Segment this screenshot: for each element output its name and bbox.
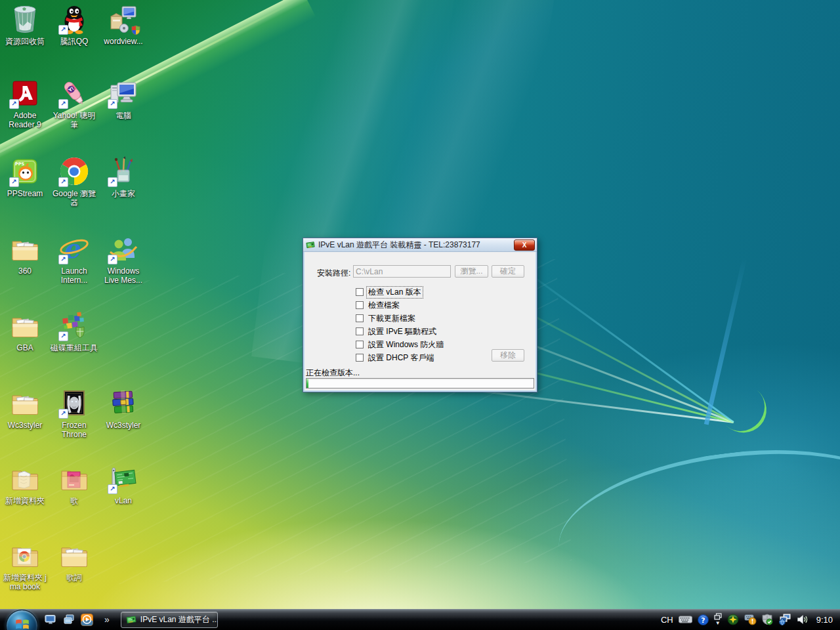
qq-icon: ↗ bbox=[58, 3, 90, 35]
folder-icon bbox=[58, 539, 90, 571]
progress-fill bbox=[306, 379, 308, 388]
start-button[interactable] bbox=[6, 610, 38, 630]
checkbox[interactable] bbox=[356, 341, 364, 348]
desktop-icon-yahoopen[interactable]: ↗Yahoo! 聰明筆 bbox=[50, 77, 98, 129]
clock[interactable]: 9:10 bbox=[816, 615, 833, 625]
confirm-button[interactable]: 確定 bbox=[492, 265, 524, 278]
security-alert-tray-icon[interactable] bbox=[744, 614, 757, 625]
installer-icon bbox=[108, 3, 139, 35]
desktop-icon-label: 資源回收筒 bbox=[1, 37, 49, 46]
network-tray-icon[interactable] bbox=[778, 614, 791, 625]
computer-icon: ↗ bbox=[108, 77, 139, 109]
checkbox-label: 設置 IPvE 驅動程式 bbox=[367, 326, 438, 337]
desktop-icon-folderpink[interactable]: 歌 bbox=[50, 463, 98, 505]
checkbox-label: 設置 DHCP 客戶端 bbox=[367, 352, 435, 364]
checkbox[interactable] bbox=[356, 288, 364, 296]
shortcut-arrow-overlay: ↗ bbox=[9, 99, 19, 109]
desktop-icon-folderpaper[interactable]: 新增資料夾 bbox=[1, 463, 49, 505]
checkbox-row[interactable]: 設置 DHCP 客戶端 bbox=[356, 352, 435, 363]
desktop-icon-paint[interactable]: ↗小畫家 bbox=[99, 156, 148, 198]
task-button-label: IPvE vLan 遊戲平台 ... bbox=[140, 614, 218, 625]
desktop-icon-label: 歌詞 bbox=[50, 573, 98, 582]
desktop-icon-frozen[interactable]: ↗Frozen Throne bbox=[50, 387, 98, 439]
antivirus-tray-icon[interactable] bbox=[727, 614, 739, 625]
desktop-icon-nic[interactable]: ↗vLan bbox=[99, 463, 148, 505]
adobe-icon: ↗ bbox=[9, 77, 41, 109]
paint-icon: ↗ bbox=[108, 156, 139, 187]
recycle-icon bbox=[9, 3, 41, 35]
desktop-icon-label: 新增資料夾 bbox=[1, 496, 49, 505]
folderpaper-icon bbox=[9, 463, 41, 494]
tray-restore-control[interactable]: ▼ bbox=[714, 613, 722, 626]
checkbox-label: 檢查檔案 bbox=[367, 300, 401, 311]
desktop-icon-folder[interactable]: GBA bbox=[1, 310, 49, 352]
desktop-icon-label: Yahoo! 聰明筆 bbox=[50, 111, 98, 129]
checkbox-label: 檢查 vLan 版本 bbox=[367, 287, 423, 298]
task-button-vlan[interactable]: IPvE vLan 遊戲平台 ... bbox=[121, 612, 218, 628]
vlan-card-icon bbox=[126, 614, 136, 625]
desktop-icon-folder[interactable]: 歌詞 bbox=[50, 539, 98, 582]
show-desktop-button[interactable] bbox=[43, 613, 57, 627]
desktop-icon-label: 電腦 bbox=[99, 111, 148, 120]
desktop-icon-label: 小畫家 bbox=[99, 189, 148, 198]
desktop-icon-adobe[interactable]: ↗Adobe Reader 9 bbox=[1, 77, 49, 129]
restore-window-icon bbox=[714, 613, 722, 620]
desktop-icon-recycle[interactable]: 資源回收筒 bbox=[1, 3, 49, 46]
folderchrome-icon bbox=[9, 539, 41, 571]
checkbox-row[interactable]: 檢查檔案 bbox=[356, 300, 401, 310]
shortcut-arrow-overlay: ↗ bbox=[108, 99, 117, 109]
defender-tray-icon[interactable] bbox=[762, 614, 773, 625]
desktop-icon-folder[interactable]: 360 bbox=[1, 233, 49, 276]
window-icon bbox=[306, 240, 315, 249]
install-path-field[interactable] bbox=[353, 265, 451, 278]
tray-dropdown-arrow: ▼ bbox=[715, 621, 721, 626]
frozen-icon: ↗ bbox=[58, 387, 90, 419]
desktop-icon-defrag[interactable]: ↗磁碟重組工具 bbox=[50, 310, 98, 352]
desktop-icon-wlm[interactable]: ↗Windows Live Mes... bbox=[99, 233, 148, 285]
checkbox[interactable] bbox=[356, 327, 364, 335]
checkbox-row[interactable]: 設置 IPvE 驅動程式 bbox=[356, 326, 438, 337]
desktop-icon-label: wordview... bbox=[99, 37, 148, 46]
svg-text:?: ? bbox=[701, 616, 705, 624]
browse-button[interactable]: 瀏覽... bbox=[455, 265, 488, 278]
close-button[interactable]: X bbox=[514, 240, 535, 251]
help-icon[interactable]: ? bbox=[698, 614, 709, 625]
wallpaper-cyan-arc bbox=[550, 432, 840, 609]
volume-tray-icon[interactable] bbox=[797, 614, 808, 625]
taskbar: » IPvE vLan 遊戲平台 ... CH ? ▼ 9:10 bbox=[0, 609, 840, 630]
shortcut-arrow-overlay: ↗ bbox=[58, 331, 68, 341]
shortcut-arrow-overlay: ↗ bbox=[58, 25, 68, 35]
quick-launch-chevron[interactable]: » bbox=[104, 614, 110, 625]
switch-windows-button[interactable] bbox=[62, 613, 75, 627]
desktop-icon-folder[interactable]: Wc3styler bbox=[1, 387, 49, 430]
folder-icon bbox=[9, 387, 41, 419]
remove-button[interactable]: 移除 bbox=[492, 349, 524, 362]
shortcut-arrow-overlay: ↗ bbox=[108, 255, 117, 264]
keyboard-icon[interactable] bbox=[679, 616, 692, 623]
desktop-icon-qq[interactable]: ↗騰訊QQ bbox=[50, 3, 98, 46]
desktop-icon-installer[interactable]: wordview... bbox=[99, 3, 148, 46]
checkbox-row[interactable]: 檢查 vLan 版本 bbox=[356, 287, 423, 297]
nic-icon: ↗ bbox=[108, 463, 139, 494]
ppstream-icon: ↗ bbox=[9, 156, 41, 187]
uac-shield-overlay bbox=[131, 25, 140, 35]
language-indicator[interactable]: CH bbox=[661, 615, 673, 625]
desktop-icon-ppstream[interactable]: ↗PPStream bbox=[1, 156, 49, 198]
desktop-icon-ie[interactable]: ↗Launch Intern... bbox=[50, 233, 98, 285]
media-player-button[interactable] bbox=[80, 613, 94, 627]
desktop-icon-label: Windows Live Mes... bbox=[99, 266, 148, 285]
desktop-icon-label: Adobe Reader 9 bbox=[1, 111, 49, 129]
checkbox[interactable] bbox=[356, 354, 364, 362]
checkbox-row[interactable]: 設置 Windows 防火牆 bbox=[356, 339, 445, 350]
dialog-title: IPvE vLan 遊戲平台 裝載精靈 - TEL:23873177 bbox=[318, 240, 514, 251]
dialog-titlebar[interactable]: IPvE vLan 遊戲平台 裝載精靈 - TEL:23873177 X bbox=[303, 238, 537, 252]
desktop-icon-folderchrome[interactable]: 新增資料夾 j ma book bbox=[1, 539, 49, 591]
checkbox[interactable] bbox=[356, 301, 364, 309]
desktop-icon-winrar[interactable]: Wc3styler bbox=[99, 387, 148, 430]
checkbox[interactable] bbox=[356, 314, 364, 322]
desktop-icon-computer[interactable]: ↗電腦 bbox=[99, 77, 148, 120]
checkbox-row[interactable]: 下載更新檔案 bbox=[356, 313, 417, 324]
desktop-icon-chrome[interactable]: ↗Google 瀏覽器 bbox=[50, 156, 98, 207]
desktop-icon-label: PPStream bbox=[1, 189, 49, 198]
system-tray: CH ? ▼ 9:10 bbox=[661, 613, 840, 626]
